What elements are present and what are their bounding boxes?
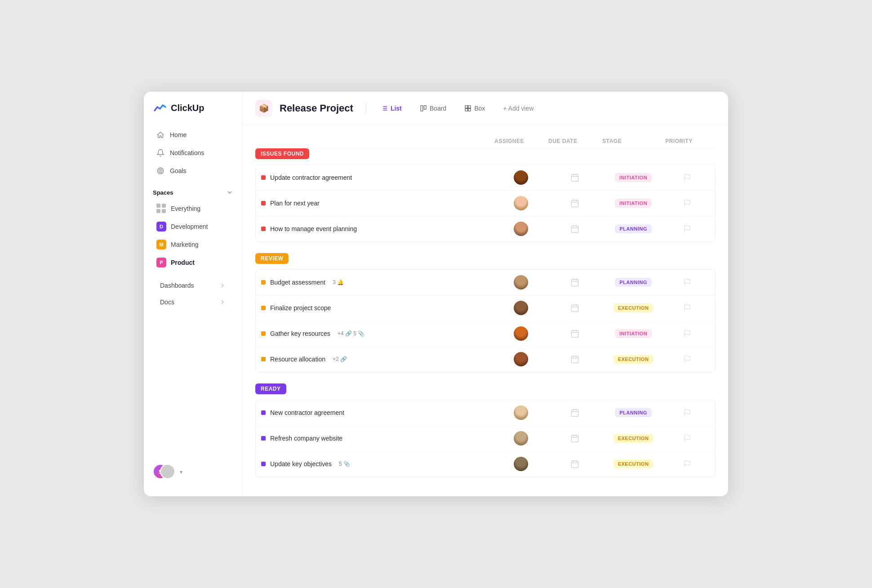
task-row[interactable]: Resource allocation +2 🔗 EXECUTION bbox=[256, 347, 715, 372]
sidebar-item-dashboards[interactable]: Dashboards bbox=[151, 277, 235, 294]
calendar-icon bbox=[570, 224, 579, 233]
section-header-ready: READY bbox=[255, 383, 716, 394]
svg-rect-13 bbox=[465, 109, 467, 111]
task-name: Budget assessment bbox=[270, 279, 325, 286]
svg-point-0 bbox=[157, 168, 164, 174]
sidebar-item-development[interactable]: D Development bbox=[147, 218, 239, 235]
chevron-right-icon2 bbox=[219, 298, 226, 306]
stage-badge: PLANNING bbox=[615, 224, 651, 233]
col-due-date: DUE DATE bbox=[548, 138, 602, 144]
due-date-cell bbox=[548, 278, 602, 287]
marketing-label: Marketing bbox=[171, 241, 198, 248]
box-view-button[interactable]: Box bbox=[459, 102, 490, 115]
task-row[interactable]: Budget assessment 3 🔔 PLANNING bbox=[256, 270, 715, 295]
everything-label: Everything bbox=[171, 205, 200, 212]
task-row[interactable]: Refresh company website EXECUTION bbox=[256, 426, 715, 451]
svg-rect-45 bbox=[572, 356, 578, 363]
task-dot bbox=[261, 280, 266, 285]
box-icon bbox=[464, 105, 472, 112]
user-avatar-group[interactable]: S bbox=[153, 464, 176, 480]
assignee-cell bbox=[494, 326, 548, 341]
sidebar-item-product[interactable]: P Product bbox=[147, 254, 239, 271]
svg-rect-35 bbox=[572, 305, 578, 312]
add-view-button[interactable]: + Add view bbox=[498, 102, 539, 115]
dashboards-label: Dashboards bbox=[160, 282, 194, 289]
flag-icon bbox=[683, 174, 691, 182]
main-content: 📦 Release Project List Board bbox=[243, 92, 728, 496]
stage-badge: EXECUTION bbox=[614, 355, 654, 364]
flag-icon bbox=[683, 278, 691, 286]
due-date-cell bbox=[548, 173, 602, 182]
assignee-cell bbox=[494, 405, 548, 420]
box-view-label: Box bbox=[474, 105, 485, 112]
board-view-button[interactable]: Board bbox=[414, 102, 452, 115]
svg-rect-40 bbox=[572, 330, 578, 337]
task-row[interactable]: Update key objectives 5 📎 EXECUTION bbox=[256, 451, 715, 477]
review-table: Budget assessment 3 🔔 PLANNING bbox=[255, 269, 716, 373]
priority-cell bbox=[665, 409, 710, 417]
flag-icon bbox=[683, 460, 691, 468]
task-row[interactable]: Update contractor agreement INITIATION bbox=[256, 165, 715, 191]
svg-rect-50 bbox=[572, 410, 578, 416]
task-name: How to manage event planning bbox=[270, 225, 357, 232]
svg-rect-9 bbox=[421, 106, 423, 111]
user-menu-chevron[interactable]: ▾ bbox=[180, 469, 182, 475]
task-area: ASSIGNEE DUE DATE STAGE PRIORITY ISSUES … bbox=[243, 125, 728, 496]
section-badge-review: REVIEW bbox=[255, 253, 289, 264]
svg-rect-15 bbox=[572, 174, 578, 181]
issues-table: Update contractor agreement INITIATION bbox=[255, 165, 716, 242]
chevron-right-icon bbox=[219, 282, 226, 289]
calendar-icon bbox=[570, 173, 579, 182]
calendar-icon bbox=[570, 278, 579, 287]
svg-point-2 bbox=[160, 170, 161, 171]
task-row[interactable]: Plan for next year INITIATION bbox=[256, 191, 715, 216]
svg-rect-12 bbox=[468, 106, 471, 108]
section-badge-ready: READY bbox=[255, 383, 286, 394]
avatar bbox=[514, 170, 528, 185]
sidebar-item-everything[interactable]: Everything bbox=[147, 200, 239, 217]
stage-cell: EXECUTION bbox=[602, 434, 665, 443]
home-label: Home bbox=[170, 131, 187, 138]
section-header-review: REVIEW bbox=[255, 253, 716, 264]
task-row[interactable]: How to manage event planning PLANNING bbox=[256, 216, 715, 242]
task-row[interactable]: Finalize project scope EXECUTION bbox=[256, 295, 715, 321]
assignee-cell bbox=[494, 431, 548, 445]
sidebar: ClickUp Home Notifications Goals Spaces bbox=[144, 92, 243, 496]
due-date-cell bbox=[548, 329, 602, 338]
due-date-cell bbox=[548, 459, 602, 468]
task-name-cell: Refresh company website bbox=[261, 435, 494, 442]
stage-cell: PLANNING bbox=[602, 278, 665, 287]
task-dot bbox=[261, 331, 266, 336]
task-extras: +4 🔗 5 📎 bbox=[338, 330, 365, 337]
sidebar-item-docs[interactable]: Docs bbox=[151, 294, 235, 310]
task-name: Refresh company website bbox=[270, 435, 343, 442]
list-view-label: List bbox=[391, 105, 402, 112]
task-dot bbox=[261, 410, 266, 415]
ready-table: New contractor agreement PLANNING bbox=[255, 400, 716, 477]
task-row[interactable]: Gather key resources +4 🔗 5 📎 INITIATION bbox=[256, 321, 715, 347]
list-view-button[interactable]: List bbox=[375, 102, 407, 115]
flag-icon bbox=[683, 304, 691, 312]
stage-cell: INITIATION bbox=[602, 173, 665, 182]
due-date-cell bbox=[548, 224, 602, 233]
task-dot bbox=[261, 306, 266, 310]
due-date-cell bbox=[548, 434, 602, 443]
sidebar-item-home[interactable]: Home bbox=[147, 126, 239, 143]
section-header-issues: ISSUES FOUND bbox=[255, 148, 716, 159]
app-container: ClickUp Home Notifications Goals Spaces bbox=[144, 92, 728, 496]
priority-cell bbox=[665, 225, 710, 233]
task-name: New contractor agreement bbox=[270, 409, 344, 416]
chevron-down-icon[interactable] bbox=[226, 189, 233, 196]
sidebar-item-notifications[interactable]: Notifications bbox=[147, 144, 239, 161]
clickup-logo-icon bbox=[153, 101, 167, 115]
task-dot bbox=[261, 227, 266, 231]
priority-cell bbox=[665, 199, 710, 207]
sidebar-item-marketing[interactable]: M Marketing bbox=[147, 236, 239, 253]
task-dot bbox=[261, 462, 266, 466]
stage-cell: PLANNING bbox=[602, 224, 665, 233]
flag-icon bbox=[683, 225, 691, 233]
task-name: Resource allocation bbox=[270, 356, 325, 363]
flag-icon bbox=[683, 330, 691, 338]
task-row[interactable]: New contractor agreement PLANNING bbox=[256, 400, 715, 426]
sidebar-item-goals[interactable]: Goals bbox=[147, 162, 239, 179]
